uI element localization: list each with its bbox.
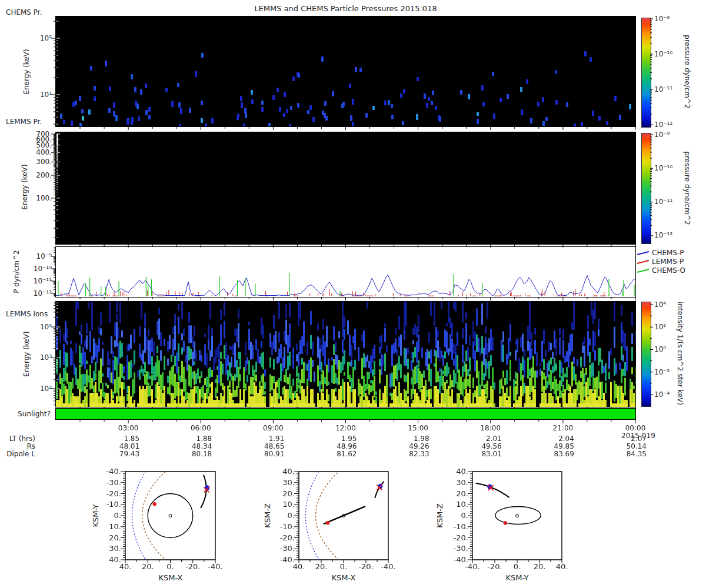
cb1-tick: 10⁻¹⁰	[654, 50, 672, 58]
time-tick-label: 00:00	[615, 424, 656, 432]
lemms-ytick: 100.	[28, 194, 52, 202]
ephemeris-value: 49.26	[388, 442, 429, 450]
time-tick-label: 18:00	[470, 424, 511, 432]
time-tick-label: 03:00	[108, 424, 149, 432]
intensity-colorbar-label: intensity 1/(s cm^2 ster keV)	[676, 302, 684, 405]
time-tick-label: 06:00	[180, 424, 221, 432]
ephemeris-value: 1.88	[171, 435, 212, 443]
ions-ytick: 10³	[28, 353, 52, 362]
lemms-ytick: 300.	[28, 158, 52, 166]
orbit2-xaxis-title: KSM-X	[320, 574, 367, 582]
ephemeris-row-label-dipole: Dipole L	[0, 450, 35, 458]
orbit-ytick-label: -30.	[96, 479, 121, 487]
pressure-ytick: 10⁻¹⁰	[25, 265, 52, 273]
orbit-ytick-label: 0.	[96, 512, 121, 520]
orbit-ytick-label: -20.	[96, 490, 121, 498]
orbit3-yaxis-title: KSM-Z	[436, 503, 444, 528]
ephemeris-value: 79.43	[98, 450, 139, 458]
orbit-ytick-label: 20.	[444, 490, 468, 498]
cb4-tick: 10⁴	[654, 300, 666, 309]
pressure-lineplot-canvas	[56, 247, 635, 297]
pressure-colorbar-2	[641, 133, 651, 244]
orbit-ytick-label: -20.	[270, 534, 295, 542]
ions-ytick: 10⁴	[28, 323, 52, 331]
ephemeris-value: 1.85	[98, 435, 139, 443]
orbit-ytick-label: -10.	[96, 500, 121, 509]
chems-ytick: 10²	[28, 34, 52, 42]
cb4-tick: 10²	[654, 323, 666, 331]
chems-pressure-panel	[55, 16, 636, 127]
chems-panel-label: CHEMS Pr.	[6, 8, 42, 16]
orbit-ytick-label: 0.	[444, 512, 468, 520]
ephemeris-value: 50.14	[605, 442, 647, 450]
time-tick-label: 15:00	[398, 424, 439, 432]
cb4-tick: 10⁰	[654, 345, 666, 353]
cb2-tick: 10⁻¹¹	[654, 198, 672, 206]
legend-label-chems-o: CHEMS-O	[652, 266, 685, 275]
cb1-tick: 10⁻⁹	[654, 15, 670, 23]
ephemeris-value: 81.62	[316, 450, 357, 458]
ephemeris-value: 48.65	[243, 442, 284, 450]
ephemeris-value: 1.98	[388, 435, 429, 443]
page-title: LEMMS and CHEMS Particle Pressures 2015:…	[56, 5, 635, 13]
orbit-xtick-label: 40.	[549, 563, 575, 571]
ephemeris-value: 2.01	[461, 435, 502, 443]
lemms-ions-canvas	[56, 302, 635, 407]
lemms-ytick: 400.	[28, 148, 52, 156]
cb2-tick: 10⁻⁹	[654, 131, 670, 139]
pressure-lineplot-panel	[55, 246, 636, 298]
ephemeris-value: 84.35	[605, 450, 647, 458]
ephemeris-value: 82.33	[388, 450, 429, 458]
lemms-pressure-panel	[55, 132, 636, 245]
orbit1-xaxis-title: KSM-X	[147, 574, 194, 582]
ephemeris-value: 83.69	[533, 450, 574, 458]
ephemeris-value: 1.95	[316, 435, 357, 443]
orbit-ytick-label: 10.	[444, 500, 468, 509]
orbit-ytick-label: 30.	[270, 479, 295, 487]
cb1-tick: 10⁻¹¹	[654, 85, 672, 93]
cb4-tick: 10⁻²	[654, 368, 670, 376]
ephemeris-value: 49.85	[533, 442, 574, 450]
orbit-ytick-label: -10.	[270, 523, 295, 531]
orbit-ytick-label: -40.	[96, 467, 121, 476]
orbit-ytick-label: -10.	[444, 523, 468, 531]
ephemeris-value: 2.07	[605, 435, 647, 443]
cb2-tick: 10⁻¹⁰	[654, 164, 672, 172]
time-tick-label: 21:00	[542, 424, 584, 432]
orbit-ytick-label: -30.	[444, 544, 468, 553]
pressure-axis-label: P dyn/cm^2	[12, 250, 21, 293]
pressure-colorbar-1	[641, 18, 651, 128]
legend-label-lemms-p: LEMMS-P	[652, 258, 684, 266]
ephemeris-value: 80.91	[243, 450, 284, 458]
cb4-tick: 10⁻⁴	[654, 390, 670, 399]
chems-ytick: 10¹	[28, 91, 52, 99]
intensity-colorbar	[641, 302, 651, 407]
lemms-panel-label: LEMMS Pr.	[6, 118, 42, 126]
ephemeris-row-label-lt: LT (hrs)	[0, 435, 35, 443]
ephemeris-value: 48.01	[98, 442, 139, 450]
cb2-tick: 10⁻¹²	[654, 231, 672, 239]
ephemeris-value: 49.56	[461, 442, 502, 450]
pressure-ytick: 10⁻¹¹	[25, 277, 52, 285]
cb1-tick: 10⁻¹²	[654, 121, 672, 129]
ephemeris-value: 2.04	[533, 435, 574, 443]
lemms-ytick: 200.	[28, 171, 52, 179]
ephemeris-row-label-rs: Rs	[0, 442, 35, 450]
ions-panel-label: LEMMS Ions	[6, 310, 48, 318]
plot-page: LEMMS and CHEMS Particle Pressures 2015:…	[0, 0, 706, 588]
orbit-ytick-label: 20.	[270, 490, 295, 498]
legend-label-chems-p: CHEMS-P	[652, 249, 684, 257]
orbit-ytick-label: 10.	[96, 523, 121, 531]
sunlight-label: Sunlight?	[5, 410, 51, 418]
ephemeris-value: 48.96	[316, 442, 357, 450]
time-tick-label: 12:00	[325, 424, 367, 432]
pressure-ytick: 10⁻¹²	[25, 289, 52, 298]
sunlight-bar	[55, 408, 636, 420]
orbit3-xaxis-title: KSM-Y	[494, 574, 541, 582]
ephemeris-value: 48.34	[171, 442, 212, 450]
orbit-ytick-label: -20.	[444, 534, 468, 542]
orbit-ytick-label: 10.	[270, 500, 295, 509]
ephemeris-value: 1.91	[243, 435, 284, 443]
orbit-ytick-label: 40.	[270, 467, 295, 476]
chems-pressure-canvas	[56, 16, 635, 126]
